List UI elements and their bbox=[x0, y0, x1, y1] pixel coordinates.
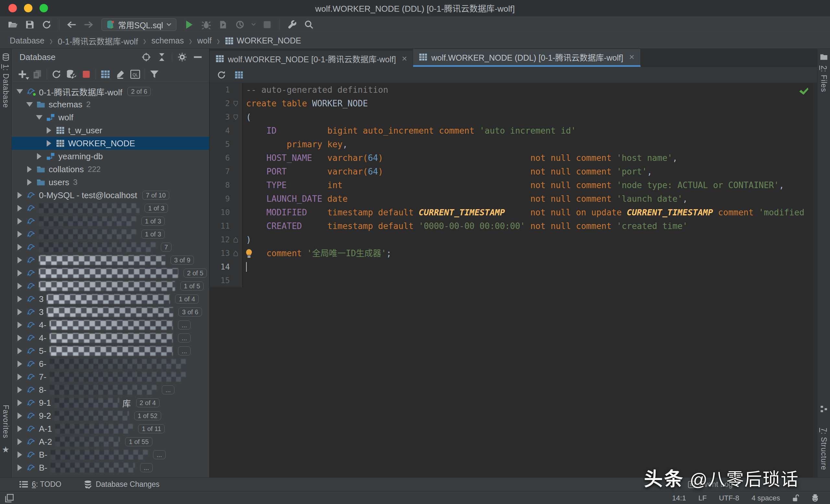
tree-row[interactable]: 2 of 5 bbox=[12, 266, 209, 280]
code-line[interactable]: 10 MODIFIED timestamp default CURRENT_TI… bbox=[210, 206, 817, 219]
code-line[interactable]: 15 bbox=[210, 274, 817, 287]
refresh-icon[interactable] bbox=[214, 68, 229, 82]
chevron-right-icon[interactable] bbox=[16, 451, 23, 458]
tree-row[interactable]: users3 bbox=[12, 176, 209, 189]
chevron-right-icon[interactable] bbox=[16, 386, 23, 393]
tree-row[interactable]: 6- bbox=[12, 357, 209, 370]
jump-to-console-icon[interactable]: QL bbox=[128, 67, 143, 81]
code-line[interactable]: 1-- auto-generated definition bbox=[210, 83, 817, 97]
open-table-icon[interactable] bbox=[98, 67, 113, 81]
breadcrumb-datasource[interactable]: 0-1-腾讯云数据库-wolf bbox=[56, 35, 140, 47]
tree-row[interactable]: 4-... bbox=[12, 318, 209, 332]
run-icon[interactable] bbox=[182, 18, 196, 31]
chevron-right-icon[interactable] bbox=[16, 321, 23, 328]
close-icon[interactable]: × bbox=[402, 54, 407, 64]
tree-row[interactable]: schemas2 bbox=[12, 98, 209, 111]
tree-row[interactable]: 4-... bbox=[12, 332, 209, 344]
open-icon[interactable] bbox=[6, 18, 20, 31]
code-line[interactable]: 13 comment '全局唯一ID生成器'; bbox=[210, 247, 817, 260]
code-line[interactable]: 7 PORT varchar(64) not null comment 'por… bbox=[210, 165, 817, 178]
chevron-right-icon[interactable] bbox=[16, 256, 23, 264]
chevron-down-icon[interactable] bbox=[26, 101, 33, 108]
breadcrumb-table[interactable]: WORKER_NODE bbox=[223, 36, 303, 45]
file-encoding[interactable]: UTF-8 bbox=[719, 494, 739, 502]
chevron-right-icon[interactable] bbox=[16, 335, 23, 342]
chevron-right-icon[interactable] bbox=[16, 360, 23, 368]
chevron-right-icon[interactable] bbox=[16, 464, 23, 471]
tree-row[interactable]: 1 of 5 bbox=[12, 280, 209, 292]
tool-window-button-files[interactable]: 2: Files bbox=[819, 65, 828, 92]
fold-marker-icon[interactable] bbox=[230, 97, 242, 110]
tree-row[interactable]: 33 of 6 bbox=[12, 306, 209, 318]
locate-object-icon[interactable] bbox=[139, 51, 153, 63]
tree-row[interactable]: 7- bbox=[12, 370, 209, 383]
filter-icon[interactable] bbox=[147, 67, 162, 81]
tree-row[interactable]: 1 of 3 bbox=[12, 215, 209, 228]
datasource-properties-icon[interactable] bbox=[64, 67, 79, 81]
tree-row[interactable]: B-... bbox=[12, 461, 209, 474]
chevron-right-icon[interactable] bbox=[16, 373, 23, 380]
chevron-right-icon[interactable] bbox=[16, 230, 23, 238]
sync-icon[interactable] bbox=[39, 18, 54, 31]
tree-row[interactable]: 8-... bbox=[12, 383, 209, 396]
chevron-right-icon[interactable] bbox=[16, 270, 23, 277]
chevron-right-icon[interactable] bbox=[16, 244, 23, 251]
chevron-down-icon[interactable] bbox=[36, 114, 43, 121]
chevron-right-icon[interactable] bbox=[26, 166, 33, 173]
add-datasource-icon[interactable] bbox=[15, 67, 30, 81]
todo-button[interactable]: 6: TODO bbox=[20, 480, 61, 489]
chevron-right-icon[interactable] bbox=[16, 218, 23, 225]
tool-window-button-database[interactable]: 1: Database bbox=[1, 64, 10, 108]
collapse-all-icon[interactable] bbox=[155, 51, 168, 63]
editor-scrollbar[interactable] bbox=[812, 83, 817, 477]
tree-row[interactable]: 1 of 3 bbox=[12, 202, 209, 215]
tree-row[interactable]: collations222 bbox=[12, 163, 209, 176]
code-line[interactable]: 14 bbox=[210, 260, 817, 274]
chevron-right-icon[interactable] bbox=[16, 347, 23, 354]
chevron-right-icon[interactable] bbox=[26, 179, 33, 186]
fold-marker-icon[interactable] bbox=[230, 110, 242, 124]
tree-row[interactable]: A-21 of 55 bbox=[12, 435, 209, 448]
forward-icon[interactable] bbox=[82, 18, 96, 31]
code-line[interactable]: 5 primary key, bbox=[210, 137, 817, 151]
chevron-right-icon[interactable] bbox=[16, 438, 23, 445]
hide-panel-icon[interactable] bbox=[191, 51, 204, 63]
chevron-right-icon[interactable] bbox=[45, 140, 53, 147]
stop-icon[interactable] bbox=[260, 18, 274, 31]
open-in-table-editor-icon[interactable] bbox=[232, 68, 246, 82]
code-line[interactable]: 8 TYPE int not null comment 'node type: … bbox=[210, 178, 817, 192]
refresh-icon[interactable] bbox=[49, 67, 64, 81]
chevron-right-icon[interactable] bbox=[16, 192, 23, 199]
chevron-right-icon[interactable] bbox=[16, 412, 23, 419]
debug-icon[interactable] bbox=[199, 18, 213, 31]
chevron-right-icon[interactable] bbox=[16, 309, 23, 316]
chevron-down-icon[interactable] bbox=[16, 88, 23, 95]
run-with-coverage-icon[interactable] bbox=[233, 18, 247, 31]
intention-bulb-icon[interactable] bbox=[245, 249, 253, 258]
duplicate-icon[interactable] bbox=[30, 67, 45, 81]
run-configuration-select[interactable]: 常用SQL.sql bbox=[101, 19, 177, 31]
breadcrumb-schema[interactable]: wolf bbox=[195, 36, 213, 45]
save-icon[interactable] bbox=[23, 18, 37, 31]
tree-row[interactable]: 0-1-腾讯云数据库-wolf2 of 6 bbox=[12, 85, 209, 98]
tree-row[interactable]: 5-... bbox=[12, 344, 209, 357]
line-separator[interactable]: LF bbox=[698, 494, 707, 502]
modify-table-icon[interactable] bbox=[113, 67, 128, 81]
tool-window-switcher-icon[interactable] bbox=[5, 494, 13, 502]
stop-connection-icon[interactable] bbox=[79, 67, 94, 81]
database-changes-button[interactable]: Database Changes bbox=[84, 480, 160, 489]
tree-row[interactable]: B-... bbox=[12, 448, 209, 461]
run-with-profiler-icon[interactable] bbox=[216, 18, 230, 31]
tree-row[interactable]: 7 bbox=[12, 241, 209, 254]
code-line[interactable]: 12) bbox=[210, 233, 817, 247]
tree-row[interactable]: 1 of 3 bbox=[12, 228, 209, 241]
inspections-ok-check-icon[interactable] bbox=[799, 87, 808, 95]
code-editor[interactable]: 1-- auto-generated definition2create tab… bbox=[210, 83, 817, 477]
caret-position[interactable]: 14:1 bbox=[672, 494, 686, 502]
code-line[interactable]: 2create table WORKER_NODE bbox=[210, 97, 817, 110]
tree-row[interactable]: t_w_user bbox=[12, 124, 209, 137]
tree-row[interactable]: 3 of 9 bbox=[12, 254, 209, 266]
code-line[interactable]: 4 ID bigint auto_increment comment 'auto… bbox=[210, 124, 817, 137]
chevron-right-icon[interactable] bbox=[16, 204, 23, 212]
back-icon[interactable] bbox=[65, 18, 79, 31]
